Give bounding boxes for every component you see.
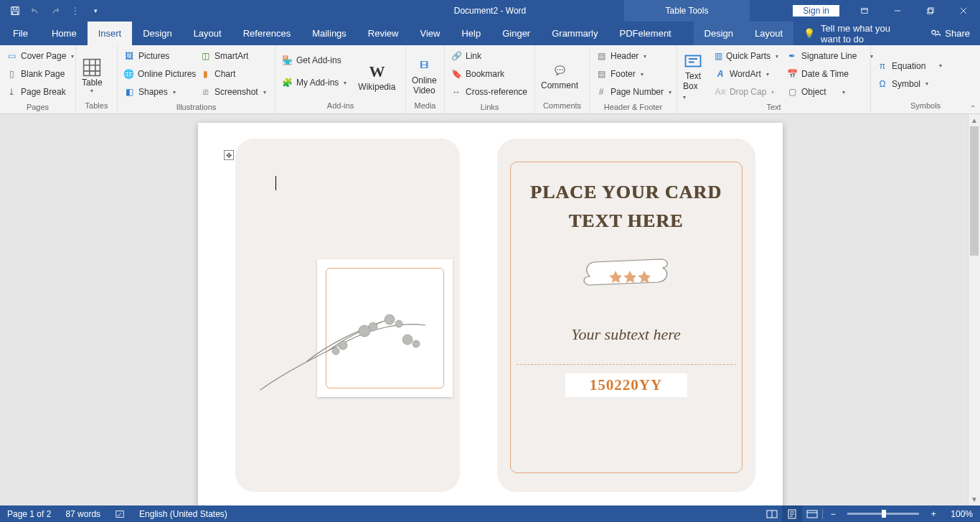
- chevron-down-icon: ▾: [71, 53, 74, 60]
- tab-context-layout[interactable]: Layout: [744, 22, 793, 45]
- minimize-icon[interactable]: [881, 0, 914, 22]
- view-read-mode-icon[interactable]: [762, 505, 782, 522]
- wordart-button[interactable]: AWordArt▾: [713, 66, 776, 82]
- page-number-button[interactable]: #Page Number▾: [594, 84, 673, 100]
- online-video-button[interactable]: 🎞 Online Video: [406, 45, 443, 101]
- card-code-box[interactable]: 150220YY: [565, 373, 687, 397]
- view-print-layout-icon[interactable]: [782, 505, 802, 522]
- get-addins-button[interactable]: 🏪Get Add-ins: [280, 52, 348, 68]
- ribbon-tabs: File Home Insert Design Layout Reference…: [0, 22, 980, 45]
- zoom-out-button[interactable]: −: [823, 505, 843, 522]
- blank-page-button[interactable]: ▯Blank Page: [4, 66, 75, 82]
- shapes-button[interactable]: ◧Shapes▾: [122, 84, 189, 100]
- group-tables: Table ▾ Tables: [76, 45, 118, 113]
- status-language[interactable]: English (United States): [132, 505, 235, 522]
- online-video-label-2: Video: [413, 85, 435, 95]
- scroll-down-icon[interactable]: ▼: [969, 493, 980, 505]
- sign-in-button[interactable]: Sign in: [793, 5, 839, 17]
- pictures-button[interactable]: 🖼Pictures: [122, 48, 189, 64]
- store-icon: 🏪: [281, 55, 293, 66]
- group-text-label: Text: [677, 103, 870, 113]
- save-icon[interactable]: [7, 3, 23, 19]
- smartart-button[interactable]: ◫SmartArt: [198, 48, 268, 64]
- cross-reference-button[interactable]: ↔Cross-reference: [449, 84, 529, 100]
- date-time-button[interactable]: 📅Date & Time: [785, 66, 875, 82]
- tab-references[interactable]: References: [232, 22, 301, 45]
- wordart-label: WordArt: [730, 69, 761, 79]
- link-button[interactable]: 🔗Link: [449, 48, 529, 64]
- status-spellcheck-icon[interactable]: [108, 505, 132, 522]
- qat-more-icon[interactable]: ⋮: [67, 3, 83, 19]
- symbol-button[interactable]: ΩSymbol▾: [875, 76, 943, 92]
- drop-cap-button[interactable]: A≡Drop Cap▾: [713, 84, 776, 100]
- header-button[interactable]: ▤Header▾: [594, 48, 673, 64]
- object-button[interactable]: ▢Object ▾: [785, 84, 875, 100]
- tab-design[interactable]: Design: [132, 22, 182, 45]
- vertical-scrollbar[interactable]: ▲ ▼: [968, 114, 980, 505]
- zoom-in-button[interactable]: +: [923, 505, 943, 522]
- redo-icon[interactable]: [47, 3, 63, 19]
- tab-ginger[interactable]: Ginger: [491, 22, 541, 45]
- footer-button[interactable]: ▤Footer▾: [594, 66, 673, 82]
- zoom-slider[interactable]: [847, 513, 919, 515]
- scroll-thumb[interactable]: [970, 126, 979, 256]
- screenshot-button[interactable]: ⎚Screenshot▾: [198, 84, 268, 100]
- symbol-icon: Ω: [877, 78, 888, 90]
- tab-review[interactable]: Review: [357, 22, 410, 45]
- ribbon-display-options-icon[interactable]: [848, 0, 881, 22]
- quick-parts-button[interactable]: ▥Quick Parts▾: [713, 48, 776, 64]
- group-media-label: Media: [406, 101, 444, 113]
- restore-icon[interactable]: [914, 0, 947, 22]
- card-subtext[interactable]: Your subtext here: [511, 325, 742, 344]
- page[interactable]: ✥: [198, 123, 783, 505]
- card-title-text[interactable]: PLACE YOUR CARD TEXT HERE: [511, 162, 742, 236]
- svg-rect-7: [84, 59, 100, 75]
- tab-pdfelement[interactable]: PDFelement: [608, 22, 682, 45]
- tab-file[interactable]: File: [0, 22, 41, 45]
- status-page[interactable]: Page 1 of 2: [0, 505, 58, 522]
- tab-insert[interactable]: Insert: [88, 22, 133, 45]
- tab-help[interactable]: Help: [451, 22, 491, 45]
- tab-grammarly[interactable]: Grammarly: [541, 22, 608, 45]
- share-button[interactable]: Share: [920, 27, 980, 39]
- card-left-panel[interactable]: [235, 139, 460, 492]
- close-icon[interactable]: [947, 0, 980, 22]
- date-time-icon: 📅: [786, 68, 798, 80]
- text-box-button[interactable]: Text Box ▾: [677, 45, 709, 103]
- page-break-button[interactable]: ⤓Page Break: [4, 84, 75, 100]
- online-pictures-button[interactable]: 🌐Online Pictures: [122, 66, 189, 82]
- cover-page-label: Cover Page: [21, 51, 66, 61]
- cover-page-button[interactable]: ▭Cover Page▾: [4, 48, 75, 64]
- title-right-controls: Sign in: [793, 0, 980, 22]
- group-links-label: Links: [445, 103, 534, 113]
- tab-view[interactable]: View: [409, 22, 451, 45]
- tab-home[interactable]: Home: [41, 22, 88, 45]
- undo-icon[interactable]: [27, 3, 43, 19]
- comment-button[interactable]: 💬 Comment: [535, 45, 584, 101]
- zoom-slider-thumb[interactable]: [882, 510, 886, 518]
- tab-context-design[interactable]: Design: [694, 22, 744, 45]
- zoom-percentage[interactable]: 100%: [943, 509, 980, 519]
- scroll-up-icon[interactable]: ▲: [969, 114, 980, 126]
- chevron-down-icon: ▾: [90, 88, 93, 94]
- view-web-layout-icon[interactable]: [802, 505, 822, 522]
- chevron-down-icon: ▾: [766, 71, 769, 78]
- group-pages-label: Pages: [0, 103, 75, 113]
- document-area[interactable]: ✥: [0, 114, 980, 505]
- table-move-handle-icon[interactable]: ✥: [224, 150, 234, 160]
- qat-customize-icon[interactable]: ▾: [88, 3, 103, 19]
- status-word-count[interactable]: 87 words: [58, 505, 108, 522]
- tab-mailings[interactable]: Mailings: [301, 22, 357, 45]
- card-right-panel[interactable]: PLACE YOUR CARD TEXT HERE Your subtext h…: [497, 139, 755, 492]
- bookmark-button[interactable]: 🔖Bookmark: [449, 66, 529, 82]
- tab-layout[interactable]: Layout: [183, 22, 232, 45]
- wikipedia-button[interactable]: W Wikipedia: [352, 45, 401, 101]
- signature-line-button[interactable]: ✒Signature Line ▾: [785, 48, 875, 64]
- collapse-ribbon-icon[interactable]: ⌃: [970, 104, 976, 112]
- my-addins-button[interactable]: 🧩My Add-ins▾: [280, 75, 348, 90]
- equation-button[interactable]: πEquation ▾: [875, 58, 943, 74]
- chart-button[interactable]: ▮Chart: [198, 66, 268, 82]
- tell-me-search[interactable]: 💡 Tell me what you want to do: [793, 23, 920, 45]
- comment-icon: 💬: [550, 60, 570, 80]
- table-button[interactable]: Table ▾: [76, 45, 108, 101]
